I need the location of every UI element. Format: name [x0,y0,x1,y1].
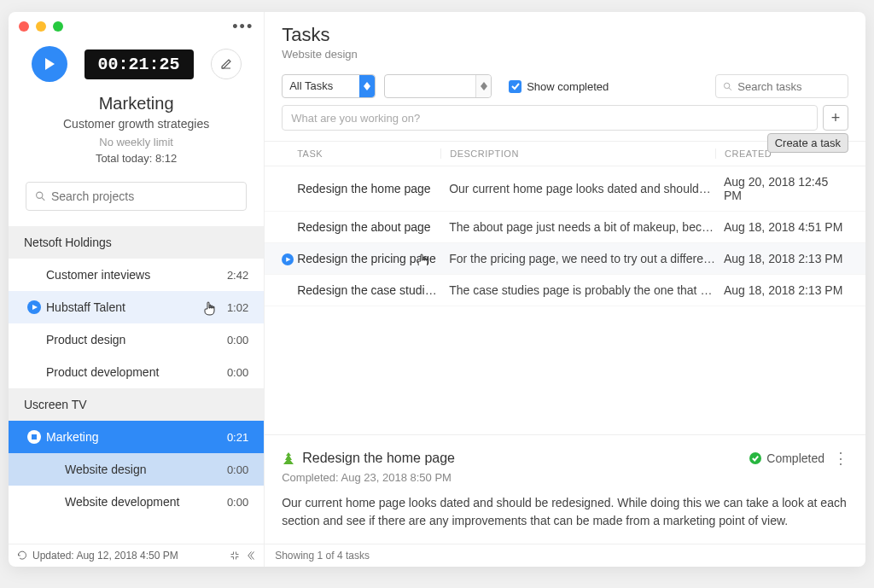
detail-completed-at: Completed: Aug 23, 2018 8:50 PM [282,471,848,484]
main-header: Tasks Website design [265,12,865,69]
project-item-sub[interactable]: Website development 0:00 [9,486,264,518]
search-icon [35,190,46,202]
weekly-limit: No weekly limit [17,136,255,148]
task-created: Aug 20, 2018 12:45 PM [715,175,848,202]
current-project-header: Marketing Customer growth strategies No … [9,90,264,173]
task-created: Aug 18, 2018 2:13 PM [715,252,848,265]
chevron-updown-icon [475,75,491,97]
task-filter-label: All Tasks [283,75,359,97]
sidebar: ••• 00:21:25 Marketing Customer growth s… [9,12,265,567]
project-subtitle: Customer growth strategies [17,117,255,131]
task-name: Redesign the pricing page [282,252,440,265]
task-name: Redesign the case studies pa… [282,283,440,297]
project-time: 1:02 [227,301,248,314]
task-desc: For the pricing page, we need to try out… [440,252,715,265]
search-projects-input[interactable] [51,189,237,203]
search-tasks[interactable] [715,74,848,98]
company-header[interactable]: Netsoft Holdings [9,226,264,259]
search-tasks-input[interactable] [737,80,841,93]
more-vertical-icon[interactable]: ⋮ [833,449,848,468]
task-desc: The case studies page is probably the on… [440,283,715,297]
project-item[interactable]: Customer inteviews 2:42 [9,259,264,291]
check-icon [749,452,761,464]
refresh-icon[interactable] [17,550,27,561]
edit-button[interactable] [211,49,242,79]
completed-badge: Completed [749,451,824,465]
show-completed-checkbox[interactable]: Show completed [509,80,609,93]
project-item[interactable]: Product development 0:00 [9,356,264,388]
close-icon[interactable] [19,21,29,32]
project-item-selected[interactable]: Marketing 0:21 [9,421,264,453]
page-subtitle: Website design [282,48,848,61]
search-icon [723,81,732,92]
play-icon[interactable] [282,253,294,265]
chevron-updown-icon [359,75,375,97]
titlebar: ••• [9,12,264,34]
collapse-icon[interactable] [245,550,255,561]
add-task-button[interactable]: + [823,105,848,131]
task-created: Aug 18, 2018 4:51 PM [715,220,848,234]
svg-marker-0 [45,58,55,70]
checkbox-icon [509,80,521,93]
stop-icon [27,430,41,444]
compact-icon[interactable] [230,550,240,561]
svg-rect-6 [32,434,37,440]
add-task-tooltip: Create a task [767,133,848,153]
task-detail: Redesign the home page Completed ⋮ Compl… [265,434,865,544]
maximize-icon[interactable] [53,21,63,32]
task-name: Redesign the home page [282,182,440,195]
project-name: Marketing [46,430,98,444]
project-time: 0:21 [227,431,248,444]
svg-point-1 [37,192,43,198]
secondary-filter-select[interactable] [384,74,492,98]
project-item[interactable]: Hubstaff Talent 1:02 [9,291,264,323]
app-window: ••• 00:21:25 Marketing Customer growth s… [9,12,865,567]
footer-status: Showing 1 of 4 tasks [265,544,865,567]
project-tree: Netsoft Holdings Customer inteviews 2:42… [9,226,264,544]
svg-marker-8 [364,86,370,90]
project-time: 2:42 [227,269,248,282]
statusbar: Updated: Aug 12, 2018 4:50 PM [9,544,264,567]
show-completed-label: Show completed [527,80,609,93]
col-task: TASK [282,148,440,159]
filter-row: All Tasks Show completed [265,69,865,105]
task-desc: Our current home page looks dated and sh… [440,182,715,195]
recycle-icon [282,451,295,465]
project-item-sub[interactable]: Website design 0:00 [9,453,264,486]
status-updated: Updated: Aug 12, 2018 4:50 PM [32,550,178,562]
project-time: 0:00 [227,366,248,379]
svg-line-2 [42,198,44,201]
search-projects[interactable] [26,182,247,211]
project-name: Product development [46,365,159,379]
main-pane: Tasks Website design All Tasks Sho [265,12,865,567]
new-task-input[interactable] [282,105,818,131]
project-name: Website development [65,495,179,509]
more-menu-icon[interactable]: ••• [232,18,253,36]
project-name: Hubstaff Talent [46,300,125,314]
detail-header: Redesign the home page Completed ⋮ [282,449,848,468]
task-row[interactable]: Redesign the case studies pa… The case s… [265,275,865,306]
cursor-icon [203,301,217,319]
task-row[interactable]: Redesign the pricing page For the pricin… [265,243,865,275]
project-name: Website design [65,463,146,476]
task-name: Redesign the about page [282,220,440,234]
svg-line-12 [729,87,731,90]
svg-point-11 [724,83,729,88]
project-title: Marketing [17,94,255,114]
project-time: 0:00 [227,334,248,346]
task-created: Aug 18, 2018 2:13 PM [715,283,848,297]
total-today: Total today: 8:12 [17,152,255,165]
play-button[interactable] [32,46,67,82]
project-name: Product design [46,333,125,346]
svg-marker-10 [481,86,487,90]
project-item[interactable]: Product design 0:00 [9,323,264,356]
page-title: Tasks [282,24,848,46]
project-time: 0:00 [227,496,248,509]
task-row[interactable]: Redesign the home page Our current home … [265,166,865,212]
minimize-icon[interactable] [36,21,46,32]
project-time: 0:00 [227,463,248,476]
task-row[interactable]: Redesign the about page The about page j… [265,212,865,243]
company-header[interactable]: Uscreen TV [9,388,264,421]
task-filter-select[interactable]: All Tasks [282,74,376,98]
timer-row: 00:21:25 [9,34,264,90]
